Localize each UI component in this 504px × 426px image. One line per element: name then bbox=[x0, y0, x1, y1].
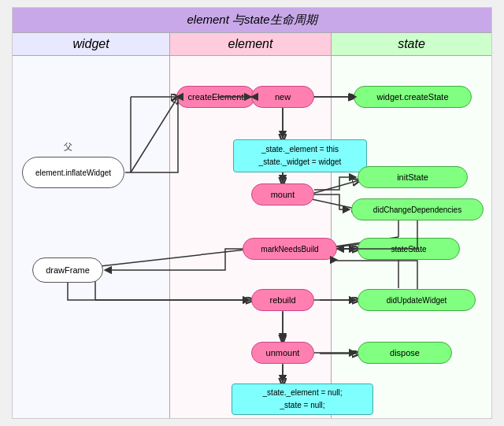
node-init-state: initState bbox=[358, 166, 468, 188]
node-draw-frame: drawFrame bbox=[32, 257, 103, 283]
node-new: new bbox=[251, 86, 314, 108]
col-bg-widget bbox=[13, 56, 170, 418]
col-element-header: element bbox=[170, 33, 332, 55]
diagram-container: element 与state生命周期 widget element state bbox=[12, 7, 492, 419]
col-widget-header: widget bbox=[13, 33, 170, 55]
diagram-title: element 与state生命周期 bbox=[13, 8, 491, 33]
parent-label: 父 bbox=[64, 141, 72, 153]
col-state-header: state bbox=[332, 33, 491, 55]
node-create-element: createElement bbox=[176, 86, 255, 108]
node-state-state: stateState bbox=[358, 238, 460, 260]
node-did-change-dependencies: didChangeDependencies bbox=[351, 198, 484, 220]
node-mark-needs-build: markNeedsBuild bbox=[243, 238, 337, 260]
node-unmount: unmount bbox=[251, 342, 314, 364]
node-element-inflate-widget: element.inflateWidget bbox=[22, 157, 124, 188]
col-bg-element bbox=[170, 56, 332, 418]
node-dispose: dispose bbox=[358, 342, 452, 364]
columns-header: widget element state bbox=[13, 33, 491, 56]
node-did-update-widget: didUpdateWidget bbox=[358, 289, 476, 311]
node-rebuild: rebuild bbox=[251, 289, 314, 311]
col-bg-state bbox=[332, 56, 491, 418]
node-state-info-2: _state._element = null; _state = null; bbox=[232, 383, 373, 415]
node-widget-create-state: widget.createState bbox=[354, 86, 472, 108]
diagram-body: element.inflateWidget createElement new … bbox=[13, 56, 491, 418]
node-mount: mount bbox=[251, 183, 314, 206]
node-state-info-1: _state._element = this _state._widget = … bbox=[233, 139, 367, 172]
